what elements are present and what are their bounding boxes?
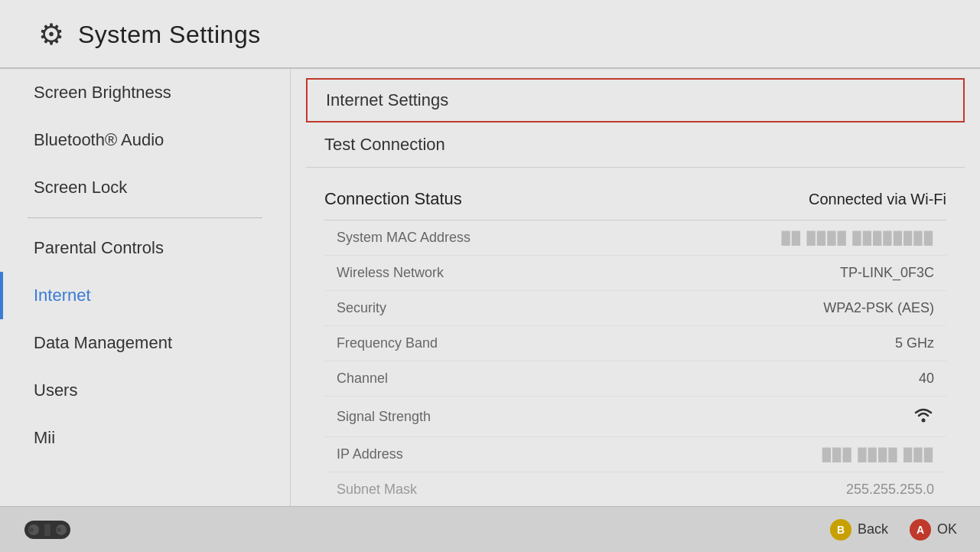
svg-rect-4 [44, 524, 50, 536]
ok-button[interactable]: A OK [910, 519, 957, 541]
sidebar-item-parental-controls[interactable]: Parental Controls [0, 224, 290, 272]
connection-status-section: Connection Status Connected via Wi-Fi Sy… [306, 178, 965, 506]
wireless-network-label: Wireless Network [337, 265, 444, 281]
frequency-band-row: Frequency Band 5 GHz [324, 326, 946, 361]
sidebar-item-data-management[interactable]: Data Management [0, 319, 290, 367]
svg-point-6 [57, 528, 61, 532]
signal-strength-label: Signal Strength [337, 409, 431, 425]
frequency-band-label: Frequency Band [337, 335, 438, 351]
test-connection-button[interactable]: Test Connection [306, 122, 965, 168]
ip-address-row: IP Address ███ ████ ███ [324, 437, 946, 472]
signal-strength-row: Signal Strength [324, 397, 946, 437]
channel-row: Channel 40 [324, 361, 946, 397]
connection-status-header: Connection Status Connected via Wi-Fi [324, 178, 946, 220]
security-row: Security WPA2-PSK (AES) [324, 291, 946, 326]
footer-left [23, 514, 72, 545]
sidebar-item-users[interactable]: Users [0, 367, 290, 414]
back-button[interactable]: B Back [830, 519, 888, 541]
wifi-icon [913, 406, 934, 427]
footer: B Back A OK [0, 506, 980, 552]
page-title: System Settings [78, 21, 261, 49]
b-button-icon: B [830, 519, 851, 541]
channel-value: 40 [919, 371, 934, 387]
ip-address-value: ███ ████ ███ [822, 448, 934, 462]
mac-address-label: System MAC Address [337, 230, 470, 246]
connection-status-value: Connected via Wi-Fi [809, 191, 946, 208]
frequency-band-value: 5 GHz [895, 335, 934, 351]
footer-right: B Back A OK [830, 519, 957, 541]
subnet-mask-label: Subnet Mask [337, 482, 417, 498]
sidebar-item-bluetooth-audio[interactable]: Bluetooth® Audio [0, 116, 290, 164]
ip-address-label: IP Address [337, 446, 403, 462]
subnet-mask-row: Subnet Mask 255.255.255.0 [324, 472, 946, 506]
header: ⚙ System Settings [0, 0, 980, 69]
mac-address-row: System MAC Address ██ ████ ████████ [324, 220, 946, 256]
content-area: Internet Settings Test Connection Connec… [291, 69, 980, 506]
internet-settings-button[interactable]: Internet Settings [306, 78, 965, 122]
channel-label: Channel [337, 371, 388, 387]
subnet-mask-value: 255.255.255.0 [846, 482, 934, 498]
wireless-network-row: Wireless Network TP-LINK_0F3C [324, 256, 946, 291]
sidebar-item-screen-brightness[interactable]: Screen Brightness [0, 69, 290, 116]
sidebar-item-screen-lock[interactable]: Screen Lock [0, 164, 290, 211]
svg-point-0 [922, 419, 926, 423]
svg-point-5 [29, 528, 34, 532]
sidebar: Screen Brightness Bluetooth® Audio Scree… [0, 69, 291, 506]
wireless-network-value: TP-LINK_0F3C [840, 265, 934, 281]
security-value: WPA2-PSK (AES) [823, 300, 934, 316]
main-layout: Screen Brightness Bluetooth® Audio Scree… [0, 69, 980, 506]
connection-status-label: Connection Status [324, 189, 462, 209]
back-label: Back [858, 521, 888, 537]
sidebar-item-mii[interactable]: Mii [0, 414, 290, 462]
sidebar-divider [28, 217, 262, 218]
mac-address-value: ██ ████ ████████ [781, 231, 934, 245]
ok-label: OK [937, 521, 957, 537]
switch-controller-svg [23, 514, 72, 545]
a-button-icon: A [910, 519, 931, 541]
controller-icon [23, 514, 72, 545]
settings-icon: ⚙ [38, 18, 64, 51]
security-label: Security [337, 300, 386, 316]
sidebar-item-internet[interactable]: Internet [0, 272, 290, 319]
